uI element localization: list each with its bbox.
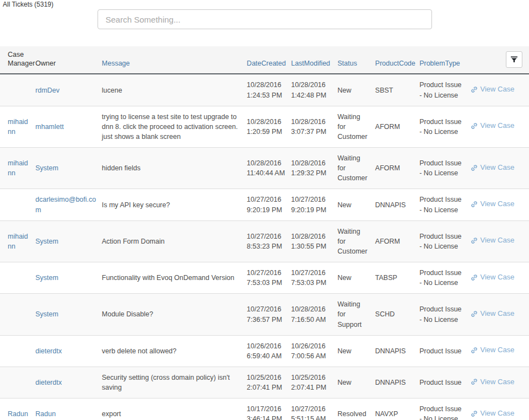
owner-link[interactable]: Radun [35,410,56,418]
cell-case-manager: mihaidnn [0,220,35,262]
view-case-label: View Case [481,199,515,209]
view-case-label: View Case [481,163,515,173]
cell-date-created: 10/27/2016 7:36:57 PM [247,294,291,335]
view-case-link[interactable]: View Case [471,377,515,387]
cell-message: Is my API key secure? [102,189,247,220]
view-case-link[interactable]: View Case [471,199,515,209]
case-manager-link[interactable]: mihaidnn [8,233,28,250]
owner-link[interactable]: System [35,274,58,282]
link-icon [471,378,478,385]
case-manager-link[interactable]: Radun [8,410,28,418]
view-case-link[interactable]: View Case [471,408,515,419]
link-icon [471,347,478,354]
cell-last-modified: 10/28/2016 7:16:50 AM [291,294,337,335]
cell-action: View Case [471,106,529,147]
view-case-link[interactable]: View Case [471,235,515,246]
cell-product-code: DNNAPIS [375,335,419,367]
cell-case-manager [0,367,35,398]
cell-message: Action Form Domain [102,220,247,262]
owner-link[interactable]: dieterdtx [35,379,62,386]
cell-status: Waiting for Customer [338,148,375,189]
cell-message: export [102,399,247,420]
cell-date-created: 10/28/2016 11:40:44 AM [247,148,291,189]
cell-action: View Case [471,294,529,335]
cell-product-code: TABSP [375,262,419,294]
cell-owner: System [35,148,102,189]
column-header-status[interactable]: Status [338,46,375,74]
column-header-lastmodified[interactable]: LastModified [291,46,337,74]
cell-date-created: 10/28/2016 1:24:53 PM [247,74,291,106]
table-row: Radun Radun export 10/17/2016 3:46:14 PM… [0,399,529,420]
column-header-problemtype[interactable]: ProblemType [419,46,470,74]
cell-last-modified: 10/25/2016 2:07:41 PM [291,367,337,398]
cell-last-modified: 10/27/2016 7:53:03 PM [291,262,337,294]
cell-problem-type: Product Issue - No License [419,262,470,294]
table-row: dcarlesimo@bofi.com Is my API key secure… [0,189,529,220]
filter-button[interactable] [506,51,522,68]
cell-status: New [338,367,375,398]
owner-link[interactable]: System [35,238,58,245]
cell-problem-type: Product Issue - No License [419,106,470,147]
case-manager-link[interactable]: mihaidnn [8,159,28,177]
link-icon [471,310,478,317]
view-case-link[interactable]: View Case [471,121,515,131]
view-case-link[interactable]: View Case [471,309,515,319]
owner-link[interactable]: rdmDev [35,87,60,94]
cell-action: View Case [471,148,529,189]
cell-problem-type: Product Issue - No License [419,189,470,220]
cell-product-code: AFORM [375,148,419,189]
cell-last-modified: 10/28/2016 3:07:37 PM [291,106,337,147]
search-bar [0,9,529,29]
column-header-datecreated[interactable]: DateCreated [247,46,291,74]
owner-link[interactable]: System [35,310,58,318]
cell-message: Module Disable? [102,294,247,335]
cell-case-manager [0,262,35,294]
cell-message: trying to license a test site to test up… [102,106,247,147]
cell-product-code: AFORM [375,220,419,262]
cell-product-code: SCHD [375,294,419,335]
view-case-label: View Case [481,408,515,419]
search-input[interactable] [98,9,432,29]
cell-action: View Case [471,367,529,398]
cell-problem-type: Product Issue [419,335,470,367]
cell-action: View Case [471,335,529,367]
column-header-message[interactable]: Message [102,46,247,74]
cell-last-modified: 10/28/2016 1:30:55 PM [291,220,337,262]
owner-link[interactable]: System [35,164,58,172]
cell-last-modified: 10/27/2016 9:20:19 PM [291,189,337,220]
view-case-label: View Case [481,235,515,246]
link-icon [471,274,478,281]
table-row: mihaidnn System Action Form Domain 10/27… [0,220,529,262]
cell-problem-type: Product Issue [419,367,470,398]
link-icon [471,237,478,244]
case-manager-link[interactable]: mihaidnn [8,118,28,136]
table-row: mihaidnn mhamlett trying to license a te… [0,106,529,147]
cell-message: lucene [102,74,247,106]
column-header-productcode[interactable]: ProductCode [375,46,419,74]
cell-action: View Case [471,189,529,220]
cell-problem-type: Product Issue - No License [419,399,470,420]
table-row: dieterdtx verb delete not allowed? 10/26… [0,335,529,367]
cell-action: View Case [471,262,529,294]
view-case-link[interactable]: View Case [471,345,515,356]
cell-owner: System [35,294,102,335]
column-header-owner: Owner [35,46,102,74]
view-case-label: View Case [481,272,515,283]
owner-link[interactable]: dcarlesimo@bofi.com [35,196,96,213]
owner-link[interactable]: mhamlett [35,123,63,131]
cell-owner: System [35,262,102,294]
view-case-link[interactable]: View Case [471,163,515,173]
cell-case-manager [0,294,35,335]
cell-date-created: 10/25/2016 2:07:41 PM [247,367,291,398]
cell-owner: System [35,220,102,262]
view-case-link[interactable]: View Case [471,272,515,283]
table-row: mihaidnn System hidden fields 10/28/2016… [0,148,529,189]
view-case-link[interactable]: View Case [471,84,515,95]
view-case-label: View Case [481,309,515,319]
cell-message: Functionality with Evoq OnDemand Version [102,262,247,294]
cell-owner: dieterdtx [35,335,102,367]
cell-product-code: AFORM [375,106,419,147]
cell-product-code: NAVXP [375,399,419,420]
owner-link[interactable]: dieterdtx [35,347,62,355]
cell-problem-type: Product Issue - No License [419,148,470,189]
